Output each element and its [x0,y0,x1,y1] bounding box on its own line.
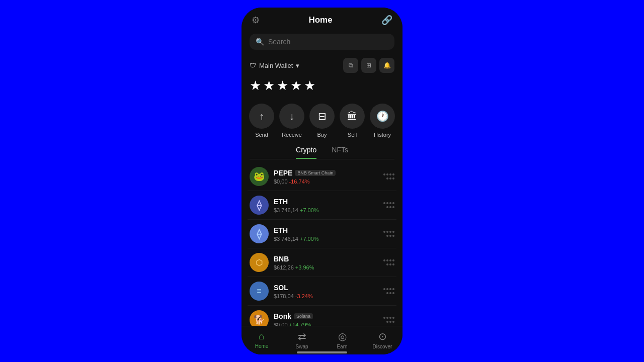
list-item[interactable]: ≡ SOL $178,04 -3.24% [248,277,396,306]
bonk-avatar: 🐕 [250,310,269,326]
crypto-name: PEPE [274,169,292,177]
receive-circle: ↓ [279,104,304,129]
list-item[interactable]: ⟠ ETH $3 746,14 +7.00% [248,220,396,248]
receive-button[interactable]: ↓ Receive [279,104,304,138]
crypto-badge: BNB Smart Chain [295,170,336,176]
app-header: ⚙ Home 🔗 [242,8,403,31]
discover-nav-label: Discover [373,344,392,349]
page-title: Home [308,15,332,25]
home-bar [297,351,347,353]
crypto-name: ETH [274,198,288,206]
chevron-down-icon: ▾ [296,62,299,69]
search-input[interactable] [268,38,388,46]
crypto-price: $3 746,14 [274,207,298,213]
home-indicator [242,351,403,354]
swap-nav-label: Swap [295,344,308,349]
list-item[interactable]: ⟠ ETH $3 746,14 +7.00% [248,191,396,220]
crypto-name: BNB [274,255,289,263]
earn-nav-label: Earn [337,344,347,349]
list-item[interactable]: ⬡ BNB $612,26 +3.96% [248,248,396,277]
qr-button[interactable]: ⊞ [361,58,376,73]
buy-button[interactable]: ⊟ Buy [309,104,335,138]
home-icon: ⌂ [259,330,265,342]
crypto-name: ETH [274,226,288,234]
sol-avatar: ≡ [250,282,269,301]
eth1-avatar: ⟠ [250,196,269,215]
crypto-price: $0,00 [274,178,288,185]
wallet-icon: 🛡 [250,62,256,69]
crypto-badge: Solana [294,313,313,319]
send-label: Send [255,132,268,138]
wallet-action-icons: ⧉ ⊞ 🔔 [343,58,394,73]
buy-circle: ⊟ [309,104,335,129]
list-item[interactable]: 🐸 PEPE BNB Smart Chain $0,00 -16.74% [248,162,396,191]
search-icon: 🔍 [256,38,264,46]
action-buttons-row: ↑ Send ↓ Receive ⊟ Buy 🏛 Sell 🕐 History [242,99,403,146]
send-button[interactable]: ↑ Send [249,104,274,138]
receive-label: Receive [282,132,302,138]
crypto-price: $3 746,14 [274,236,298,242]
crypto-change: +7.00% [300,207,319,213]
copy-button[interactable]: ⧉ [343,58,358,73]
send-circle: ↑ [249,104,274,129]
nav-swap[interactable]: ⇄ Swap [282,330,322,349]
crypto-list: 🐸 PEPE BNB Smart Chain $0,00 -16.74% [242,162,403,326]
crypto-price: $0,00 [274,322,288,326]
sell-circle: 🏛 [340,104,365,129]
settings-icon[interactable]: ⚙ [252,15,260,26]
nav-discover[interactable]: ⊙ Discover [362,330,403,349]
eth2-avatar: ⟠ [250,224,269,243]
crypto-price: $612,26 [274,264,294,270]
list-item[interactable]: 🐕 Bonk Solana $0,00 +14.79% [248,306,396,326]
earn-icon: ◎ [338,330,347,342]
tab-crypto[interactable]: Crypto [296,146,316,159]
crypto-change: +7.00% [300,236,319,242]
link-icon[interactable]: 🔗 [381,15,392,26]
bottom-navigation: ⌂ Home ⇄ Swap ◎ Earn ⊙ Discover [242,326,403,351]
crypto-price: $178,04 [274,293,294,299]
wallet-section: 🛡 Main Wallet ▾ ⧉ ⊞ 🔔 [242,53,403,76]
nav-earn[interactable]: ◎ Earn [322,330,362,349]
bnb-avatar: ⬡ [250,253,269,272]
wallet-label[interactable]: 🛡 Main Wallet ▾ [250,62,299,69]
crypto-name: SOL [274,284,288,292]
sell-label: Sell [348,132,357,138]
search-bar[interactable]: 🔍 [250,34,394,50]
sell-button[interactable]: 🏛 Sell [340,104,365,138]
wallet-name: Main Wallet [259,62,293,69]
asset-tabs: Crypto NFTs [250,146,394,159]
phone-app: ⚙ Home 🔗 🔍 🛡 Main Wallet ▾ ⧉ ⊞ 🔔 ★★★★★ ↑… [242,8,403,354]
nav-home[interactable]: ⌂ Home [242,330,282,349]
crypto-change: -16.74% [289,178,310,185]
buy-label: Buy [317,132,327,138]
crypto-name: Bonk [274,312,291,320]
balance-display: ★★★★★ [242,76,403,99]
history-button[interactable]: 🕐 History [370,104,395,138]
history-circle: 🕐 [370,104,395,129]
home-nav-label: Home [255,343,269,349]
crypto-change: -3.24% [295,293,313,299]
crypto-change: +3.96% [295,264,314,270]
tab-nfts[interactable]: NFTs [332,146,348,159]
crypto-change: +14.79% [289,322,311,326]
history-label: History [374,132,391,138]
pepe-avatar: 🐸 [250,167,269,186]
discover-icon: ⊙ [378,330,387,342]
swap-icon: ⇄ [298,330,306,342]
bell-button[interactable]: 🔔 [379,58,394,73]
